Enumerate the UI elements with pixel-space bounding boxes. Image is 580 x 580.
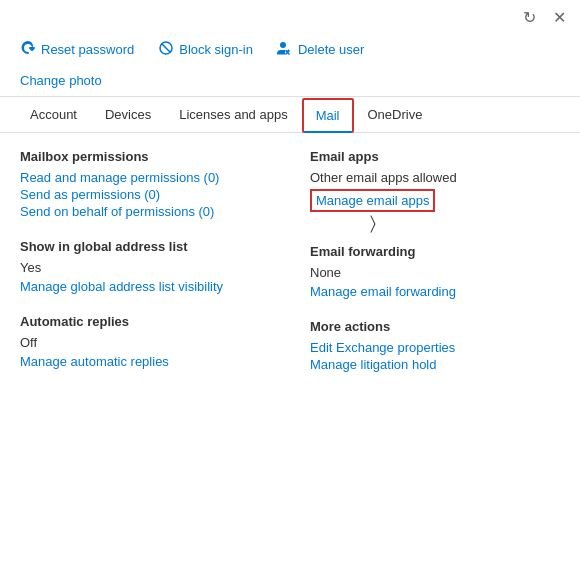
left-column: Mailbox permissions Read and manage perm… [20, 149, 290, 392]
automatic-replies-title: Automatic replies [20, 314, 270, 329]
automatic-replies-section: Automatic replies Off Manage automatic r… [20, 314, 270, 369]
svg-line-1 [162, 44, 171, 53]
tab-account[interactable]: Account [16, 97, 91, 132]
reset-password-icon [20, 40, 36, 59]
manage-litigation-hold-link[interactable]: Manage litigation hold [310, 357, 560, 372]
reset-password-label: Reset password [41, 42, 134, 57]
change-photo-section: Change photo [0, 69, 580, 96]
tab-devices[interactable]: Devices [91, 97, 165, 132]
main-content: Mailbox permissions Read and manage perm… [0, 133, 580, 408]
right-column: Email apps Other email apps allowed Mana… [290, 149, 560, 392]
manage-email-forwarding-link[interactable]: Manage email forwarding [310, 284, 560, 299]
manage-automatic-replies-link[interactable]: Manage automatic replies [20, 354, 270, 369]
manage-email-apps-link[interactable]: Manage email apps [310, 189, 435, 212]
send-on-behalf-link[interactable]: Send on behalf of permissions (0) [20, 204, 270, 219]
toolbar: Reset password Block sign-in Delete user [0, 30, 580, 69]
tab-mail[interactable]: Mail [302, 98, 354, 133]
tabs-bar: Account Devices Licenses and apps Mail O… [0, 97, 580, 133]
refresh-icon[interactable]: ↻ [520, 8, 538, 26]
tab-onedrive[interactable]: OneDrive [354, 97, 437, 132]
delete-user-label: Delete user [298, 42, 364, 57]
delete-user-icon [277, 40, 293, 59]
tab-licenses-apps[interactable]: Licenses and apps [165, 97, 301, 132]
block-signin-button[interactable]: Block sign-in [158, 40, 253, 59]
cursor-icon: 〉 [370, 213, 376, 234]
top-bar: ↻ ✕ [0, 0, 580, 30]
automatic-replies-value: Off [20, 335, 270, 350]
delete-user-button[interactable]: Delete user [277, 40, 364, 59]
email-apps-title: Email apps [310, 149, 560, 164]
change-photo-link[interactable]: Change photo [20, 73, 102, 88]
more-actions-section: More actions Edit Exchange properties Ma… [310, 319, 560, 372]
manage-global-address-link[interactable]: Manage global address list visibility [20, 279, 270, 294]
close-icon[interactable]: ✕ [550, 8, 568, 26]
edit-exchange-properties-link[interactable]: Edit Exchange properties [310, 340, 560, 355]
send-as-permissions-link[interactable]: Send as permissions (0) [20, 187, 270, 202]
reset-password-button[interactable]: Reset password [20, 40, 134, 59]
read-manage-permissions-link[interactable]: Read and manage permissions (0) [20, 170, 270, 185]
email-forwarding-title: Email forwarding [310, 244, 560, 259]
email-forwarding-section: Email forwarding None Manage email forwa… [310, 244, 560, 299]
manage-email-apps-area: Manage email apps 〉 [310, 189, 435, 212]
email-forwarding-value: None [310, 265, 560, 280]
global-address-title: Show in global address list [20, 239, 270, 254]
mailbox-permissions-section: Mailbox permissions Read and manage perm… [20, 149, 270, 219]
more-actions-title: More actions [310, 319, 560, 334]
mailbox-permissions-title: Mailbox permissions [20, 149, 270, 164]
global-address-value: Yes [20, 260, 270, 275]
email-apps-value: Other email apps allowed [310, 170, 560, 185]
block-signin-icon [158, 40, 174, 59]
email-apps-section: Email apps Other email apps allowed Mana… [310, 149, 560, 212]
global-address-section: Show in global address list Yes Manage g… [20, 239, 270, 294]
block-signin-label: Block sign-in [179, 42, 253, 57]
